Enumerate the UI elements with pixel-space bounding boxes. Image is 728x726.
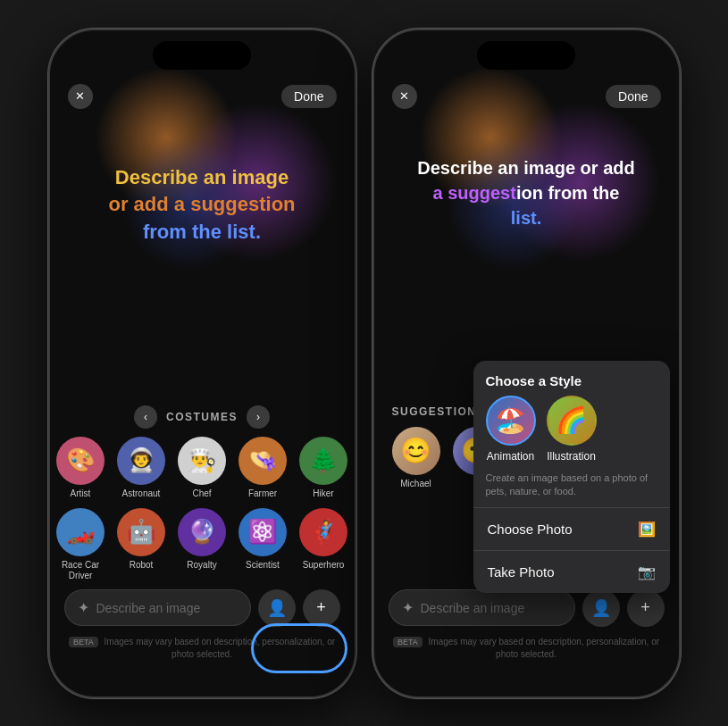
popup-title: Choose a Style [473, 361, 670, 396]
take-photo-item[interactable]: Take Photo 📷 [473, 551, 670, 593]
input-placeholder-right: Describe an image [421, 601, 525, 615]
beta-badge-right: BETA [393, 637, 423, 647]
done-button-left[interactable]: Done [281, 85, 336, 108]
style-animation[interactable]: 🏖️ Animation [486, 396, 536, 463]
choose-photo-item[interactable]: Choose Photo 🖼️ [473, 508, 670, 550]
costume-artist[interactable]: 🎨 Artist [56, 437, 105, 499]
done-button-right[interactable]: Done [606, 85, 660, 108]
beta-badge-left: BETA [69, 637, 98, 647]
describe-input-right[interactable]: ✦ Describe an image [389, 589, 575, 626]
dynamic-island-left [153, 41, 251, 70]
plus-icon-right: + [640, 598, 650, 617]
beta-notice-right: BETA Images may vary based on descriptio… [389, 636, 665, 661]
michael-avatar: 😊 [392, 427, 440, 475]
style-illustration[interactable]: 🌈 Illustration [547, 396, 597, 463]
sparkle-icon-right: ✦ [402, 599, 414, 616]
suggestion-michael[interactable]: 😊 Michael [392, 427, 440, 488]
right-phone: ✕ Done Describe an image or add a sugges… [372, 29, 681, 698]
costume-farmer[interactable]: 👒 Farmer [238, 437, 287, 499]
person-icon-left: 👤 [267, 598, 287, 618]
describe-input-left[interactable]: ✦ Describe an image [64, 589, 251, 626]
style-popup: Choose a Style 🏖️ Animation 🌈 Illustrati… [473, 361, 670, 594]
close-button-left[interactable]: ✕ [68, 84, 93, 109]
costumes-row-2: 🏎️ Race Car Driver 🤖 Robot 🔮 Royalty ⚛️ … [59, 508, 346, 581]
next-arrow[interactable]: › [247, 405, 270, 429]
left-phone: ✕ Done Describe an image or add a sugges… [48, 29, 356, 698]
person-button-right[interactable]: 👤 [582, 589, 620, 627]
top-bar-left: ✕ Done [50, 84, 355, 109]
choose-photo-icon: 🖼️ [638, 521, 656, 538]
plus-button-right[interactable]: + [627, 589, 665, 627]
costume-superhero[interactable]: 🦸 Superhero [299, 508, 347, 581]
person-button-left[interactable]: 👤 [258, 589, 296, 627]
section-header-left: ‹ COSTUMES › [50, 405, 355, 429]
costume-hiker[interactable]: 🌲 Hiker [299, 437, 347, 499]
input-row-left: ✦ Describe an image 👤 + [64, 589, 340, 627]
prompt-text-right: Describe an image or add a suggestion fr… [374, 155, 679, 230]
costume-astronaut[interactable]: 👨‍🚀 Astronaut [117, 437, 165, 499]
bottom-bar-left: ✦ Describe an image 👤 + BETA Images may … [64, 589, 340, 661]
beta-notice-left: BETA Images may vary based on descriptio… [64, 636, 340, 661]
input-placeholder-left: Describe an image [96, 601, 201, 615]
top-bar-right: ✕ Done [374, 84, 679, 109]
style-description: Create an image based on a photo of pets… [473, 471, 670, 508]
bottom-bar-right: ✦ Describe an image 👤 + BETA Images may … [389, 589, 665, 661]
costume-robot[interactable]: 🤖 Robot [117, 508, 165, 581]
prev-arrow[interactable]: ‹ [134, 405, 157, 429]
costume-chef[interactable]: 👨‍🍳 Chef [178, 437, 226, 499]
take-photo-icon: 📷 [638, 563, 656, 580]
costume-race-car-driver[interactable]: 🏎️ Race Car Driver [56, 508, 105, 581]
style-options: 🏖️ Animation 🌈 Illustration [473, 396, 670, 471]
plus-button-left[interactable]: + [303, 589, 340, 627]
costumes-row-1: 🎨 Artist 👨‍🚀 Astronaut 👨‍🍳 Chef 👒 Farmer [59, 437, 346, 499]
person-icon-right: 👤 [591, 598, 611, 618]
costumes-grid: 🎨 Artist 👨‍🚀 Astronaut 👨‍🍳 Chef 👒 Farmer [50, 437, 355, 590]
prompt-text-left: Describe an image or add a suggestion fr… [50, 164, 355, 246]
plus-icon-left: + [316, 598, 326, 617]
costume-scientist[interactable]: ⚛️ Scientist [238, 508, 287, 581]
input-row-right: ✦ Describe an image 👤 + [389, 589, 665, 627]
dynamic-island-right [477, 41, 575, 70]
close-button-right[interactable]: ✕ [392, 84, 417, 109]
sparkle-icon-left: ✦ [78, 599, 89, 616]
costume-royalty[interactable]: 🔮 Royalty [178, 508, 226, 581]
section-title: COSTUMES [166, 411, 238, 423]
